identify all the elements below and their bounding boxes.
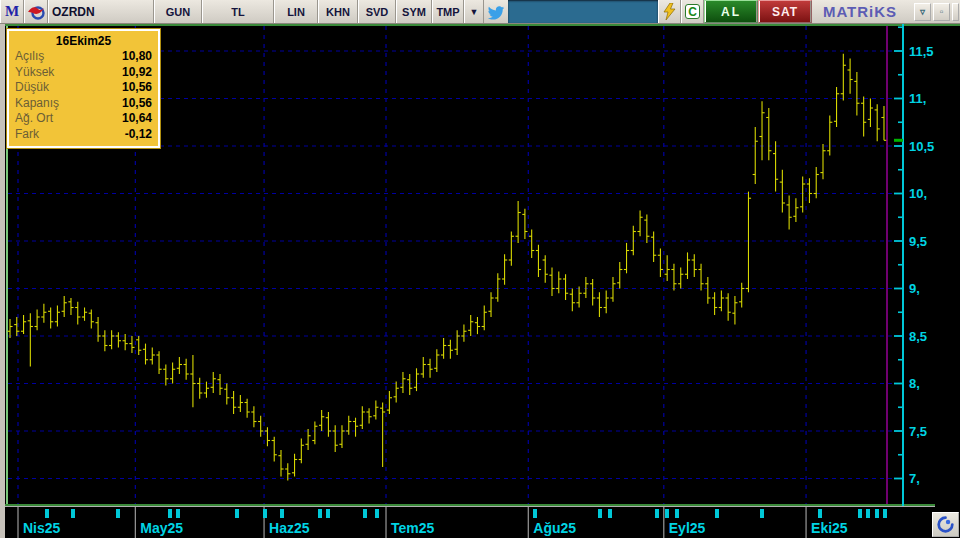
week-marker — [176, 509, 180, 518]
week-marker — [71, 509, 75, 518]
y-axis-label-8.5: 8,5 — [909, 329, 927, 344]
time-axis-strip[interactable]: Nis25May25Haz25Tem25Ağu25Eyl25Eki25 — [0, 506, 960, 538]
tmp-button[interactable]: TMP — [432, 0, 464, 23]
open-value: 10,80 — [122, 49, 152, 65]
title-spacer-bar — [508, 0, 658, 23]
y-axis-label-10.5: 10,5 — [909, 139, 934, 154]
khn-button[interactable]: KHN — [318, 0, 358, 23]
month-label-Eyl25: Eyl25 — [669, 520, 706, 536]
y-axis-label-10: 10, — [909, 186, 927, 201]
month-label-Eki25: Eki25 — [811, 520, 848, 536]
tooltip-row-high: Yüksek 10,92 — [15, 65, 152, 81]
tooltip-row-wavg: Ağ. Ort 10,64 — [15, 111, 152, 127]
week-marker — [280, 509, 284, 518]
window-minimize-button[interactable]: ▫ — [933, 3, 950, 21]
week-marker — [818, 509, 822, 518]
ohlc-tooltip-box: 16Ekim25 Açılış 10,80 Yüksek 10,92 Düşük… — [7, 29, 160, 148]
y-axis-label-7.5: 7,5 — [909, 424, 927, 439]
price-chart-area[interactable]: 11,511,10,510,9,59,8,58,7,57, 16Ekim25 A… — [0, 24, 960, 506]
low-label: Düşük — [15, 80, 49, 96]
low-value: 10,56 — [122, 80, 152, 96]
matriks-m-menu-button[interactable]: M — [0, 0, 24, 23]
tooltip-row-open: Açılış 10,80 — [15, 49, 152, 65]
week-marker — [760, 509, 764, 518]
time-axis-svg: Nis25May25Haz25Tem25Ağu25Eyl25Eki25 — [0, 506, 960, 538]
month-label-Ağu25: Ağu25 — [533, 520, 576, 536]
y-axis-label-11: 11, — [909, 91, 926, 106]
y-axis-label-8: 8, — [909, 376, 920, 391]
window-frame-left-bottom — [0, 506, 5, 538]
week-marker — [883, 509, 887, 518]
matriks-bird-icon[interactable] — [24, 0, 48, 23]
change-value: -0,12 — [125, 127, 152, 143]
y-axis-label-7: 7, — [909, 471, 920, 486]
window-controls: ▿ ▫ — [908, 0, 960, 23]
c-icon: C — [685, 4, 700, 19]
matriks-taskbar-icon-button[interactable] — [932, 512, 959, 537]
week-marker — [665, 509, 669, 518]
week-marker — [655, 509, 659, 518]
week-marker — [263, 509, 267, 518]
close-value: 10,56 — [122, 96, 152, 112]
week-marker — [598, 509, 602, 518]
tooltip-date: 16Ekim25 — [15, 34, 152, 48]
week-marker — [675, 509, 679, 518]
flash-data-icon[interactable] — [658, 0, 681, 23]
high-label: Yüksek — [15, 65, 54, 81]
toolbar-dropdown-arrow-icon[interactable]: ▼ — [464, 0, 484, 23]
week-marker — [168, 509, 172, 518]
week-marker — [858, 509, 862, 518]
tooltip-row-low: Düşük 10,56 — [15, 80, 152, 96]
week-marker — [375, 509, 379, 518]
week-marker — [318, 509, 322, 518]
week-marker — [45, 509, 49, 518]
tooltip-row-change: Fark -0,12 — [15, 127, 152, 143]
week-marker — [235, 509, 239, 518]
symbol-label[interactable]: OZRDN — [48, 0, 154, 23]
window-maximize-button[interactable] — [952, 3, 959, 21]
buy-al-button[interactable]: AL — [704, 0, 758, 23]
month-label-May25: May25 — [140, 520, 183, 536]
high-value: 10,92 — [122, 65, 152, 81]
week-marker — [715, 509, 719, 518]
month-label-Nis25: Nis25 — [23, 520, 61, 536]
close-label: Kapanış — [15, 96, 59, 112]
wavg-value: 10,64 — [122, 111, 152, 127]
change-label: Fark — [15, 127, 39, 143]
sell-sat-button[interactable]: SAT — [758, 0, 812, 23]
matriks-swirl-icon — [937, 516, 954, 533]
toolbar: M OZRDN GUN TL LIN KHN SVD SYM TMP ▼ C — [0, 0, 960, 24]
week-marker — [875, 509, 879, 518]
y-axis-label-9.5: 9,5 — [909, 234, 927, 249]
lightning-bolt-svg — [663, 3, 676, 20]
chart-type-lin-button[interactable]: LIN — [274, 0, 318, 23]
matriks-chart-window: M OZRDN GUN TL LIN KHN SVD SYM TMP ▼ C — [0, 0, 960, 538]
last-price-marker — [894, 139, 903, 142]
period-gun-button[interactable]: GUN — [154, 0, 202, 23]
twitter-share-icon[interactable] — [484, 0, 508, 23]
currency-tl-button[interactable]: TL — [202, 0, 274, 23]
window-frame-left — [0, 24, 5, 506]
twitter-bird-svg — [488, 3, 505, 20]
week-marker — [866, 509, 870, 518]
week-marker — [363, 509, 367, 518]
tooltip-row-close: Kapanış 10,56 — [15, 96, 152, 112]
week-marker — [608, 509, 612, 518]
connection-status-icon[interactable]: C — [681, 0, 704, 23]
svd-button[interactable]: SVD — [358, 0, 396, 23]
y-axis-label-11.5: 11,5 — [909, 44, 934, 59]
month-label-Haz25: Haz25 — [269, 520, 310, 536]
week-marker — [533, 509, 537, 518]
y-axis-label-9: 9, — [909, 281, 920, 296]
month-label-Tem25: Tem25 — [391, 520, 435, 536]
week-marker — [116, 509, 120, 518]
wavg-label: Ağ. Ort — [15, 111, 53, 127]
open-label: Açılış — [15, 49, 44, 65]
sym-button[interactable]: SYM — [396, 0, 432, 23]
matriks-bird-icon-svg — [27, 4, 45, 20]
matriks-brand-logo: MATRiKS — [812, 0, 908, 23]
window-restore-button[interactable]: ▿ — [914, 3, 931, 21]
week-marker — [326, 509, 330, 518]
